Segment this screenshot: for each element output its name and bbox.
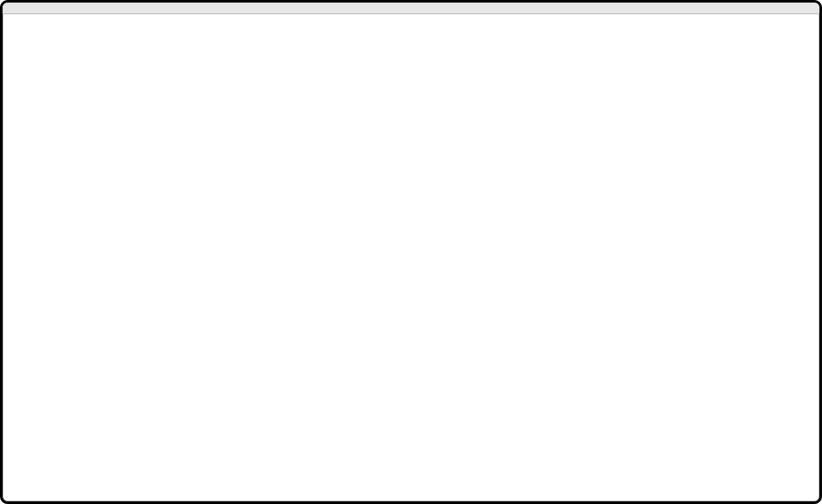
window-frame xyxy=(0,0,822,504)
formula-bar-area xyxy=(3,3,819,14)
